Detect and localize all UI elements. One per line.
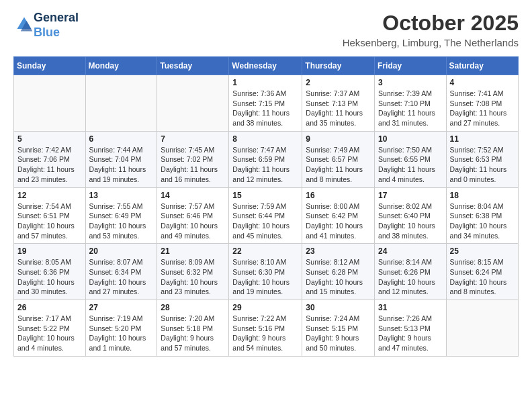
day-number: 3 [378,78,443,87]
calendar-cell: 30Sunrise: 7:24 AMSunset: 5:15 PMDayligh… [302,300,375,357]
day-info: Sunrise: 8:04 AMSunset: 6:38 PMDaylight:… [450,201,515,241]
logo-text: General Blue [34,11,79,40]
calendar-cell: 5Sunrise: 7:42 AMSunset: 7:06 PMDaylight… [14,131,86,187]
month-title: October 2025 [343,11,519,36]
calendar-cell: 13Sunrise: 7:55 AMSunset: 6:49 PMDayligh… [85,187,157,244]
day-info: Sunrise: 7:39 AMSunset: 7:10 PMDaylight:… [378,89,443,128]
header: General Blue October 2025 Heksenberg, Li… [13,11,519,48]
day-info: Sunrise: 7:47 AMSunset: 6:59 PMDaylight:… [232,145,298,185]
day-info: Sunrise: 8:15 AMSunset: 6:24 PMDaylight:… [450,257,515,297]
day-number: 24 [378,246,443,256]
day-info: Sunrise: 7:22 AMSunset: 5:16 PMDaylight:… [232,314,298,353]
day-number: 12 [17,191,82,200]
calendar-cell: 6Sunrise: 7:44 AMSunset: 7:04 PMDaylight… [85,131,157,187]
calendar-cell: 31Sunrise: 7:26 AMSunset: 5:13 PMDayligh… [375,300,447,357]
day-number: 25 [450,246,515,256]
day-number: 6 [89,134,154,144]
calendar-cell: 9Sunrise: 7:49 AMSunset: 6:57 PMDaylight… [302,131,375,187]
calendar: SundayMondayTuesdayWednesdayThursdayFrid… [13,56,519,357]
day-number: 17 [378,191,443,200]
day-info: Sunrise: 7:44 AMSunset: 7:04 PMDaylight:… [89,145,154,185]
day-number: 10 [378,134,443,144]
calendar-header: SundayMondayTuesdayWednesdayThursdayFrid… [14,57,519,75]
calendar-cell: 16Sunrise: 8:00 AMSunset: 6:42 PMDayligh… [302,187,375,244]
calendar-cell: 4Sunrise: 7:41 AMSunset: 7:08 PMDaylight… [446,75,518,132]
week-row: 1Sunrise: 7:36 AMSunset: 7:15 PMDaylight… [14,75,519,132]
calendar-cell: 17Sunrise: 8:02 AMSunset: 6:40 PMDayligh… [375,187,447,244]
calendar-cell: 18Sunrise: 8:04 AMSunset: 6:38 PMDayligh… [446,187,518,244]
day-number: 26 [17,303,82,312]
day-info: Sunrise: 8:10 AMSunset: 6:30 PMDaylight:… [232,257,298,297]
calendar-cell: 8Sunrise: 7:47 AMSunset: 6:59 PMDaylight… [229,131,302,187]
calendar-cell: 11Sunrise: 7:52 AMSunset: 6:53 PMDayligh… [446,131,518,187]
day-number: 30 [306,303,371,312]
day-number: 19 [17,246,82,256]
day-info: Sunrise: 7:42 AMSunset: 7:06 PMDaylight:… [17,145,82,185]
logo: General Blue [13,11,79,40]
week-row: 5Sunrise: 7:42 AMSunset: 7:06 PMDaylight… [14,131,519,187]
calendar-body: 1Sunrise: 7:36 AMSunset: 7:15 PMDaylight… [14,75,519,357]
day-number: 23 [306,246,371,256]
day-info: Sunrise: 7:59 AMSunset: 6:44 PMDaylight:… [232,201,298,241]
day-info: Sunrise: 7:26 AMSunset: 5:13 PMDaylight:… [378,314,443,353]
day-info: Sunrise: 8:14 AMSunset: 6:26 PMDaylight:… [378,257,443,297]
day-info: Sunrise: 7:37 AMSunset: 7:13 PMDaylight:… [306,89,371,128]
calendar-cell: 29Sunrise: 7:22 AMSunset: 5:16 PMDayligh… [229,300,302,357]
day-number: 29 [232,303,298,312]
calendar-cell: 10Sunrise: 7:50 AMSunset: 6:55 PMDayligh… [375,131,447,187]
calendar-cell [157,75,229,132]
day-info: Sunrise: 7:20 AMSunset: 5:18 PMDaylight:… [161,314,225,353]
calendar-cell: 25Sunrise: 8:15 AMSunset: 6:24 PMDayligh… [446,244,518,300]
day-info: Sunrise: 7:49 AMSunset: 6:57 PMDaylight:… [306,145,371,185]
day-header-friday: Friday [375,57,447,75]
day-number: 16 [306,191,371,200]
day-number: 27 [89,303,154,312]
calendar-cell: 15Sunrise: 7:59 AMSunset: 6:44 PMDayligh… [229,187,302,244]
calendar-cell: 27Sunrise: 7:19 AMSunset: 5:20 PMDayligh… [85,300,157,357]
day-number: 5 [17,134,82,144]
day-info: Sunrise: 8:02 AMSunset: 6:40 PMDaylight:… [378,201,443,241]
calendar-cell: 22Sunrise: 8:10 AMSunset: 6:30 PMDayligh… [229,244,302,300]
day-number: 22 [232,246,298,256]
location-title: Heksenberg, Limburg, The Netherlands [343,37,519,48]
day-info: Sunrise: 7:17 AMSunset: 5:22 PMDaylight:… [17,314,82,353]
calendar-cell: 19Sunrise: 8:05 AMSunset: 6:36 PMDayligh… [14,244,86,300]
day-header-wednesday: Wednesday [229,57,302,75]
day-header-sunday: Sunday [14,57,86,75]
day-info: Sunrise: 7:41 AMSunset: 7:08 PMDaylight:… [450,89,515,128]
calendar-cell: 7Sunrise: 7:45 AMSunset: 7:02 PMDaylight… [157,131,229,187]
calendar-cell: 12Sunrise: 7:54 AMSunset: 6:51 PMDayligh… [14,187,86,244]
day-info: Sunrise: 8:12 AMSunset: 6:28 PMDaylight:… [306,257,371,297]
day-number: 18 [450,191,515,200]
day-number: 2 [306,78,371,87]
calendar-cell: 1Sunrise: 7:36 AMSunset: 7:15 PMDaylight… [229,75,302,132]
calendar-cell [446,300,518,357]
day-number: 20 [89,246,154,256]
day-info: Sunrise: 8:05 AMSunset: 6:36 PMDaylight:… [17,257,82,297]
calendar-cell: 28Sunrise: 7:20 AMSunset: 5:18 PMDayligh… [157,300,229,357]
calendar-cell: 23Sunrise: 8:12 AMSunset: 6:28 PMDayligh… [302,244,375,300]
day-info: Sunrise: 7:19 AMSunset: 5:20 PMDaylight:… [89,314,154,353]
day-number: 8 [232,134,298,144]
days-header-row: SundayMondayTuesdayWednesdayThursdayFrid… [14,57,519,75]
calendar-cell: 24Sunrise: 8:14 AMSunset: 6:26 PMDayligh… [375,244,447,300]
logo-line2: Blue [34,26,79,40]
day-info: Sunrise: 7:52 AMSunset: 6:53 PMDaylight:… [450,145,515,185]
day-header-thursday: Thursday [302,57,375,75]
day-info: Sunrise: 7:36 AMSunset: 7:15 PMDaylight:… [232,89,298,128]
day-number: 21 [161,246,225,256]
day-info: Sunrise: 7:50 AMSunset: 6:55 PMDaylight:… [378,145,443,185]
day-info: Sunrise: 7:55 AMSunset: 6:49 PMDaylight:… [89,201,154,241]
day-info: Sunrise: 7:45 AMSunset: 7:02 PMDaylight:… [161,145,225,185]
day-number: 4 [450,78,515,87]
day-number: 13 [89,191,154,200]
calendar-cell: 14Sunrise: 7:57 AMSunset: 6:46 PMDayligh… [157,187,229,244]
calendar-cell: 3Sunrise: 7:39 AMSunset: 7:10 PMDaylight… [375,75,447,132]
calendar-cell [14,75,86,132]
day-number: 15 [232,191,298,200]
page: General Blue October 2025 Heksenberg, Li… [0,0,532,367]
day-info: Sunrise: 8:09 AMSunset: 6:32 PMDaylight:… [161,257,225,297]
title-block: October 2025 Heksenberg, Limburg, The Ne… [343,11,519,48]
day-info: Sunrise: 8:07 AMSunset: 6:34 PMDaylight:… [89,257,154,297]
day-number: 31 [378,303,443,312]
